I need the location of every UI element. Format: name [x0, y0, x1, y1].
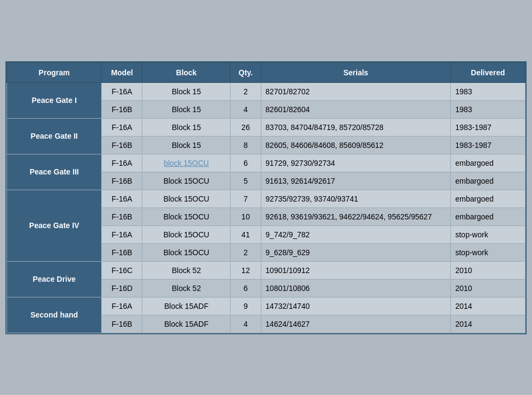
qty-cell: 5 [231, 172, 261, 190]
serials-cell: 91729, 92730/92734 [261, 154, 451, 172]
qty-cell: 4 [231, 100, 261, 118]
program-cell: Peace Gate I [7, 82, 102, 118]
program-cell: Peace Drive [7, 261, 102, 297]
header-program: Program [7, 62, 102, 82]
qty-cell: 6 [231, 154, 261, 172]
model-cell: F-16B [102, 172, 142, 190]
block-cell: Block 15 [142, 118, 231, 136]
main-table-wrapper: Program Model Block Qty. Serials Deliver… [5, 61, 527, 334]
model-cell: F-16C [102, 261, 142, 279]
block-cell: Block 15OCU [142, 225, 231, 243]
header-block: Block [142, 62, 231, 82]
qty-cell: 26 [231, 118, 261, 136]
block-cell[interactable]: block 15OCU [142, 154, 231, 172]
delivered-cell: 2010 [451, 279, 526, 297]
serials-cell: 83703, 84704/84719, 85720/85728 [261, 118, 451, 136]
model-cell: F-16A [102, 82, 142, 100]
program-cell: Second hand [7, 297, 102, 333]
qty-cell: 8 [231, 136, 261, 154]
serials-cell: 10801/10806 [261, 279, 451, 297]
serials-cell: 10901/10912 [261, 261, 451, 279]
block-link[interactable]: block 15OCU [164, 159, 209, 167]
data-table: Program Model Block Qty. Serials Deliver… [6, 62, 526, 333]
serials-cell: 14732/14740 [261, 297, 451, 315]
delivered-cell: 2010 [451, 261, 526, 279]
model-cell: F-16B [102, 208, 142, 225]
block-cell: Block 15OCU [142, 243, 231, 261]
model-cell: F-16B [102, 136, 142, 154]
serials-cell: 92618, 93619/93621, 94622/94624, 95625/9… [261, 208, 451, 225]
program-cell: Peace Gate III [7, 154, 102, 190]
table-row: Peace DriveF-16CBlock 521210901/10912201… [7, 261, 526, 279]
serials-cell: 9_742/9_782 [261, 225, 451, 243]
serials-cell: 92735/92739, 93740/93741 [261, 190, 451, 208]
qty-cell: 12 [231, 261, 261, 279]
model-cell: F-16D [102, 279, 142, 297]
serials-cell: 9_628/9_629 [261, 243, 451, 261]
delivered-cell: 1983-1987 [451, 136, 526, 154]
qty-cell: 4 [231, 315, 261, 333]
serials-cell: 14624/14627 [261, 315, 451, 333]
qty-cell: 2 [231, 82, 261, 100]
block-cell: Block 52 [142, 261, 231, 279]
block-cell: Block 15 [142, 82, 231, 100]
header-row: Program Model Block Qty. Serials Deliver… [7, 62, 526, 82]
qty-cell: 7 [231, 190, 261, 208]
block-cell: Block 15OCU [142, 172, 231, 190]
header-qty: Qty. [231, 62, 261, 82]
table-row: Peace Gate IIF-16ABlock 152683703, 84704… [7, 118, 526, 136]
qty-cell: 9 [231, 297, 261, 315]
table-row: Peace Gate IF-16ABlock 15282701/82702198… [7, 82, 526, 100]
header-serials: Serials [261, 62, 451, 82]
qty-cell: 2 [231, 243, 261, 261]
model-cell: F-16A [102, 225, 142, 243]
model-cell: F-16A [102, 118, 142, 136]
serials-cell: 82605, 84606/84608, 85609/85612 [261, 136, 451, 154]
model-cell: F-16B [102, 315, 142, 333]
serials-cell: 91613, 92614/92617 [261, 172, 451, 190]
table-row: Second handF-16ABlock 15ADF914732/147402… [7, 297, 526, 315]
delivered-cell: 1983-1987 [451, 118, 526, 136]
table-row: Peace Gate IIIF-16Ablock 15OCU691729, 92… [7, 154, 526, 172]
table-row: Peace Gate IVF-16ABlock 15OCU792735/9273… [7, 190, 526, 208]
delivered-cell: 1983 [451, 82, 526, 100]
model-cell: F-16B [102, 100, 142, 118]
qty-cell: 6 [231, 279, 261, 297]
qty-cell: 41 [231, 225, 261, 243]
delivered-cell: stop-work [451, 225, 526, 243]
qty-cell: 10 [231, 208, 261, 225]
model-cell: F-16B [102, 243, 142, 261]
block-cell: Block 15ADF [142, 297, 231, 315]
delivered-cell: embargoed [451, 208, 526, 225]
delivered-cell: embargoed [451, 154, 526, 172]
delivered-cell: 1983 [451, 100, 526, 118]
block-cell: Block 15ADF [142, 315, 231, 333]
delivered-cell: stop-work [451, 243, 526, 261]
serials-cell: 82701/82702 [261, 82, 451, 100]
delivered-cell: 2014 [451, 315, 526, 333]
program-cell: Peace Gate II [7, 118, 102, 154]
model-cell: F-16A [102, 154, 142, 172]
header-model: Model [102, 62, 142, 82]
delivered-cell: 2014 [451, 297, 526, 315]
program-cell: Peace Gate IV [7, 190, 102, 261]
delivered-cell: embargoed [451, 190, 526, 208]
serials-cell: 82601/82604 [261, 100, 451, 118]
delivered-cell: embargoed [451, 172, 526, 190]
block-cell: Block 15OCU [142, 208, 231, 225]
model-cell: F-16A [102, 190, 142, 208]
model-cell: F-16A [102, 297, 142, 315]
table-body: Peace Gate IF-16ABlock 15282701/82702198… [7, 82, 526, 333]
block-cell: Block 15OCU [142, 190, 231, 208]
block-cell: Block 15 [142, 100, 231, 118]
block-cell: Block 52 [142, 279, 231, 297]
block-cell: Block 15 [142, 136, 231, 154]
header-delivered: Delivered [451, 62, 526, 82]
